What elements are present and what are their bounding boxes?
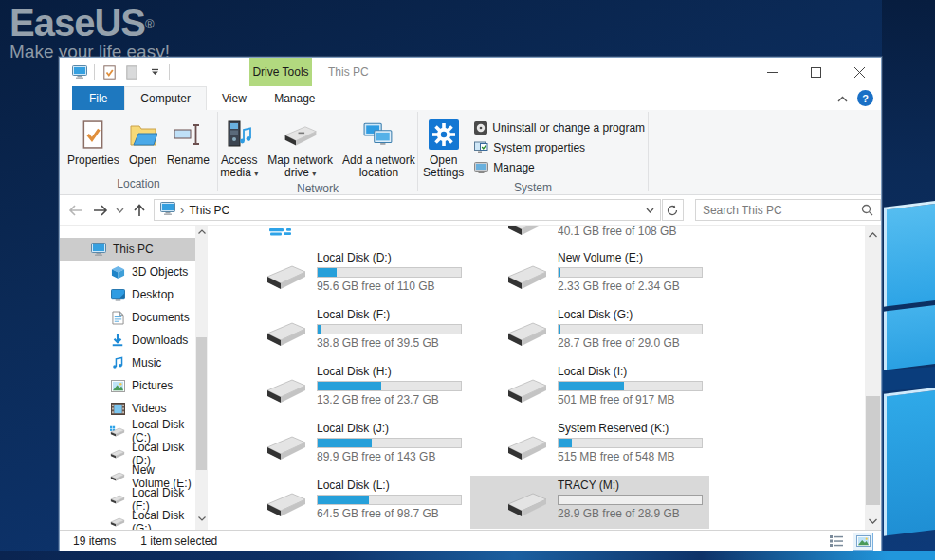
sidebar-item-local-disk-f[interactable]: Local Disk (F:) xyxy=(60,488,195,511)
search-box[interactable] xyxy=(695,199,881,221)
drive-icon xyxy=(110,448,125,460)
tab-computer[interactable]: Computer xyxy=(124,86,207,110)
cube-icon xyxy=(110,265,125,280)
drive-tile-system-reserved-k[interactable]: System Reserved (K:)515 MB free of 548 M… xyxy=(470,419,709,472)
uninstall-program-button[interactable]: Uninstall or change a program xyxy=(474,119,645,136)
system-properties-button[interactable]: System properties xyxy=(474,139,645,156)
sidebar-item-local-disk-c[interactable]: Local Disk (C:) xyxy=(60,420,195,443)
drive-icon xyxy=(266,377,307,408)
sidebar-item-local-disk-d[interactable]: Local Disk (D:) xyxy=(60,443,195,465)
ribbon-tabs: ? FileComputerViewManage xyxy=(60,86,881,110)
drive-icon xyxy=(110,516,125,528)
rename-button[interactable]: Rename xyxy=(162,116,214,169)
search-icon[interactable] xyxy=(861,204,880,216)
refresh-button[interactable] xyxy=(662,199,684,221)
drive-tile-local-disk-i[interactable]: Local Disk (I:)501 MB free of 917 MB xyxy=(470,362,709,415)
open-button[interactable]: Open xyxy=(124,116,162,169)
drive-tile-local-disk-g[interactable]: Local Disk (G:)28.7 GB free of 29.0 GB xyxy=(470,305,709,358)
capacity-bar-fill xyxy=(318,268,337,277)
drive-icon xyxy=(266,263,307,295)
sidebar-item-local-disk-g[interactable]: Local Disk (G:) xyxy=(60,511,195,530)
scroll-up-icon[interactable] xyxy=(195,226,208,238)
desktop-wallpaper xyxy=(882,0,935,560)
up-button[interactable] xyxy=(127,198,152,223)
drive-free-space: 13.2 GB free of 23.7 GB xyxy=(317,393,439,406)
drive-free-space: 64.5 GB free of 98.7 GB xyxy=(317,507,439,520)
drive-name: TRACY (M:) xyxy=(558,479,619,492)
large-icons-view-icon[interactable] xyxy=(852,533,873,551)
drive-icon xyxy=(506,320,548,352)
drive-icon xyxy=(506,491,548,522)
drive-tile-tracy-m[interactable]: TRACY (M:)28.9 GB free of 28.9 GB xyxy=(470,476,709,529)
sidebar-scroll-thumb[interactable] xyxy=(196,337,207,470)
forward-button[interactable] xyxy=(88,198,113,223)
scroll-up-icon[interactable] xyxy=(865,227,881,242)
tab-view[interactable]: View xyxy=(207,86,262,110)
capacity-bar xyxy=(317,495,462,505)
clipped-drive-free-space: 40.1 GB free of 108 GB xyxy=(558,226,676,238)
content-scroll-thumb[interactable] xyxy=(866,396,880,505)
map-network-drive-button[interactable]: Map networkdrive ▾ xyxy=(263,116,338,182)
recent-locations-icon[interactable] xyxy=(113,198,128,223)
sidebar-scrollbar[interactable] xyxy=(195,226,208,530)
new-folder-quick-icon[interactable] xyxy=(123,63,140,81)
minimize-button[interactable] xyxy=(750,58,794,86)
drive-tile-local-disk-j[interactable]: Local Disk (J:)89.9 GB free of 143 GB xyxy=(229,419,468,472)
sidebar-item-documents[interactable]: Documents xyxy=(60,306,195,329)
sidebar-item-this-pc[interactable]: This PC xyxy=(60,238,195,261)
close-button[interactable] xyxy=(837,58,881,86)
breadcrumb-location[interactable]: This PC xyxy=(189,204,229,217)
scroll-down-icon[interactable] xyxy=(195,513,208,525)
properties-button[interactable]: Properties xyxy=(63,116,124,169)
sidebar-item-desktop[interactable]: Desktop xyxy=(60,283,195,306)
access-media-button[interactable]: Accessmedia ▾ xyxy=(215,116,263,182)
drive-tile-local-disk-d[interactable]: Local Disk (D:)95.6 GB free of 110 GB xyxy=(229,248,468,301)
scroll-down-icon[interactable] xyxy=(865,514,881,528)
capacity-bar xyxy=(317,324,462,334)
file-list[interactable]: 40.1 GB free of 108 GB Local Disk (D:)95… xyxy=(208,226,865,530)
sidebar-item-music[interactable]: Music xyxy=(60,352,195,374)
open-settings-button[interactable]: OpenSettings xyxy=(418,116,468,181)
drive-tools-tab[interactable]: Drive Tools xyxy=(249,58,312,86)
breadcrumb[interactable]: › This PC xyxy=(155,202,229,218)
this-pc-icon xyxy=(160,202,175,218)
capacity-bar-fill xyxy=(318,439,372,447)
sidebar-item-pictures[interactable]: Pictures xyxy=(60,374,195,397)
title-bar[interactable]: Drive Tools This PC xyxy=(60,58,881,86)
drive-free-space: 501 MB free of 917 MB xyxy=(558,393,674,406)
sidebar-item-downloads[interactable]: Downloads xyxy=(60,329,195,352)
tab-file[interactable]: File xyxy=(72,86,124,110)
this-pc-icon[interactable] xyxy=(71,63,88,81)
manage-button[interactable]: Manage xyxy=(474,159,645,176)
search-input[interactable] xyxy=(696,204,848,217)
collapse-ribbon-icon[interactable] xyxy=(837,92,848,105)
maximize-button[interactable] xyxy=(794,58,837,86)
drive-tile-local-disk-f[interactable]: Local Disk (F:)38.8 GB free of 39.5 GB xyxy=(229,305,468,358)
ribbon-group-network: Accessmedia ▾Map networkdrive ▾Add a net… xyxy=(218,110,417,194)
customize-toolbar-icon[interactable] xyxy=(146,63,163,81)
help-button[interactable]: ? xyxy=(857,90,873,106)
ribbon: PropertiesOpenRenameLocationAccessmedia … xyxy=(60,110,881,195)
sidebar-item-3d-objects[interactable]: 3D Objects xyxy=(60,261,195,283)
desktop-icon xyxy=(110,289,125,301)
details-view-icon[interactable] xyxy=(826,533,847,551)
sidebar-item-new-volume-e[interactable]: New Volume (E:) xyxy=(60,465,195,488)
drive-icon xyxy=(266,434,307,465)
drive-tile-new-volume-e[interactable]: New Volume (E:)2.33 GB free of 2.34 GB xyxy=(470,248,709,301)
content-scrollbar[interactable] xyxy=(865,226,881,530)
desktop-bottom-strip xyxy=(0,551,935,560)
back-button[interactable] xyxy=(64,198,88,223)
add-network-location-button[interactable]: Add a networklocation xyxy=(338,116,420,181)
drive-tile-local-disk-l[interactable]: Local Disk (L:)64.5 GB free of 98.7 GB xyxy=(229,476,468,529)
picture-icon xyxy=(110,380,125,392)
map-drive-icon xyxy=(284,117,318,152)
sidebar-item-videos[interactable]: Videos xyxy=(60,397,195,420)
drive-tile-local-disk-h[interactable]: Local Disk (H:)13.2 GB free of 23.7 GB xyxy=(229,362,468,415)
address-dropdown-icon[interactable] xyxy=(639,200,660,220)
capacity-bar xyxy=(317,267,462,278)
address-bar[interactable]: › This PC xyxy=(154,199,661,221)
properties-quick-icon[interactable] xyxy=(101,63,118,81)
tab-manage[interactable]: Manage xyxy=(264,86,326,110)
drive-name: Local Disk (F:) xyxy=(317,308,390,321)
drive-icon xyxy=(110,471,125,482)
